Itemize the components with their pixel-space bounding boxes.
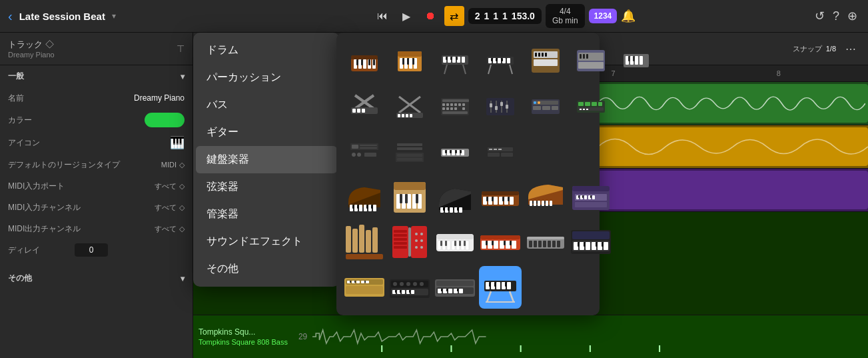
inst-combo-synth[interactable] <box>388 130 431 173</box>
inst-workstation[interactable] <box>570 221 612 263</box>
section-general-label: 一般 <box>8 71 24 82</box>
pin-icon[interactable]: ⊤ <box>177 43 185 54</box>
inst-upright-piano[interactable] <box>388 39 431 82</box>
inst-electric-piano2[interactable] <box>479 221 522 263</box>
inst-keyboard-stand[interactable] <box>434 39 476 82</box>
svg-rect-12 <box>398 51 422 57</box>
section-general-arrow: ▾ <box>181 72 185 81</box>
inst-keystand-fold[interactable] <box>343 85 386 127</box>
menu-item-winds[interactable]: 管楽器 <box>193 201 340 228</box>
history-icon[interactable]: ↺ <box>815 9 825 23</box>
menu-item-other[interactable]: その他 <box>193 255 340 283</box>
title-dropdown-arrow[interactable]: ▾ <box>112 11 116 21</box>
metronome-button[interactable]: 🔔 <box>621 9 636 23</box>
bottom-track-region[interactable] <box>312 320 868 353</box>
svg-rect-141 <box>501 153 513 157</box>
inst-brown-grand[interactable] <box>343 175 386 218</box>
inst-keyboard2[interactable] <box>479 39 522 82</box>
menu-item-strings[interactable]: 弦楽器 <box>193 173 340 201</box>
more-icon[interactable]: ⊕ <box>847 9 857 23</box>
instrument-row-1 <box>343 39 657 82</box>
snap-value[interactable]: 1/8 <box>826 45 836 53</box>
svg-rect-218 <box>394 242 407 245</box>
inst-grand-piano[interactable] <box>343 39 386 82</box>
svg-rect-117 <box>360 145 377 146</box>
inst-synth-text[interactable] <box>479 130 522 173</box>
inst-synth2[interactable] <box>524 85 567 127</box>
inst-extra1[interactable] <box>615 39 657 82</box>
inst-synth3[interactable] <box>570 85 612 127</box>
time-signature[interactable]: 4/4Gb min <box>546 4 585 29</box>
prop-icon-value[interactable]: 🎹 <box>170 135 185 150</box>
svg-rect-23 <box>452 57 456 63</box>
svg-rect-257 <box>543 241 546 247</box>
inst-rack-synth[interactable] <box>343 130 386 173</box>
top-bar-right: ↺ ? ⊕ <box>815 9 868 23</box>
menu-item-bass[interactable]: バス <box>193 91 340 119</box>
menu-item-sfx[interactable]: サウンドエフェクト <box>193 228 340 255</box>
inst-synth-grid[interactable] <box>434 85 476 127</box>
svg-rect-184 <box>508 197 510 201</box>
svg-rect-186 <box>534 201 536 206</box>
svg-rect-189 <box>546 201 548 206</box>
inst-harpsichord[interactable] <box>524 175 567 218</box>
prop-midi-in-ch-value[interactable]: すべて◇ <box>155 203 185 213</box>
svg-line-41 <box>510 65 512 74</box>
svg-rect-188 <box>542 201 544 206</box>
inst-piano-flat[interactable] <box>434 130 476 173</box>
menu-item-guitar[interactable]: ギター <box>193 119 340 146</box>
prop-default-value[interactable]: MIDI◇ <box>161 161 185 169</box>
svg-point-120 <box>357 153 361 157</box>
inst-mellotron[interactable] <box>434 266 476 309</box>
instrument-picker <box>336 33 600 315</box>
prop-delay-value[interactable]: 0 <box>75 243 108 257</box>
svg-rect-204 <box>582 195 584 198</box>
inst-black-grand[interactable] <box>434 175 476 218</box>
menu-item-drum[interactable]: ドラム <box>193 37 340 64</box>
inst-mixer[interactable] <box>479 85 522 127</box>
key-display[interactable]: 1234 <box>589 9 618 23</box>
prop-midi-out-ch-value[interactable]: すべて◇ <box>155 224 185 234</box>
prop-color-swatch[interactable] <box>145 113 185 127</box>
inst-electric-organ[interactable] <box>570 175 612 218</box>
loop-button[interactable]: ⇄ <box>444 6 464 26</box>
inst-clav[interactable] <box>479 175 522 218</box>
section-general[interactable]: 一般 ▾ <box>0 65 193 87</box>
svg-rect-265 <box>580 242 584 250</box>
inst-organ2[interactable] <box>570 39 612 82</box>
rewind-button[interactable]: ⏮ <box>372 6 392 26</box>
back-button[interactable]: ‹ <box>8 9 13 24</box>
record-button[interactable]: ⏺ <box>420 6 440 26</box>
inst-organ[interactable] <box>524 39 567 82</box>
inst-vintage-synth[interactable] <box>343 266 386 309</box>
menu-item-percussion[interactable]: パーカッション <box>193 64 340 91</box>
inst-harmonica[interactable] <box>524 221 567 263</box>
section-other[interactable]: その他 ▾ <box>0 267 193 289</box>
more-options-button[interactable]: ⋯ <box>840 38 861 59</box>
prop-midi-in-port-value[interactable]: すべて◇ <box>155 181 185 191</box>
inst-tan-upright[interactable] <box>388 175 431 218</box>
svg-rect-279 <box>356 281 360 283</box>
svg-rect-34 <box>498 58 501 63</box>
svg-point-104 <box>538 101 540 104</box>
svg-rect-80 <box>454 103 457 106</box>
svg-rect-306 <box>448 289 452 293</box>
inst-keyboard-on-stand-selected[interactable] <box>479 266 522 309</box>
svg-rect-54 <box>586 54 588 59</box>
instrument-row-4 <box>343 175 657 218</box>
prop-name-value[interactable]: Dreamy Piano <box>134 93 185 103</box>
inst-pipe-organ[interactable] <box>343 221 386 263</box>
svg-rect-84 <box>446 107 449 110</box>
svg-rect-100 <box>533 106 541 110</box>
inst-moog[interactable] <box>388 266 431 309</box>
inst-melodica[interactable] <box>434 221 476 263</box>
inst-accordion[interactable] <box>388 221 431 263</box>
inst-xstand[interactable] <box>388 85 431 127</box>
svg-rect-48 <box>545 53 547 57</box>
svg-rect-247 <box>512 241 516 249</box>
play-button[interactable]: ▶ <box>396 6 416 26</box>
menu-item-keyboard[interactable]: 鍵盤楽器 <box>196 146 337 173</box>
help-icon[interactable]: ? <box>833 9 839 23</box>
prop-name-row: 名前 Dreamy Piano <box>0 87 193 109</box>
prop-midi-in-port-row: MIDI入力ポート すべて◇ <box>0 175 193 197</box>
